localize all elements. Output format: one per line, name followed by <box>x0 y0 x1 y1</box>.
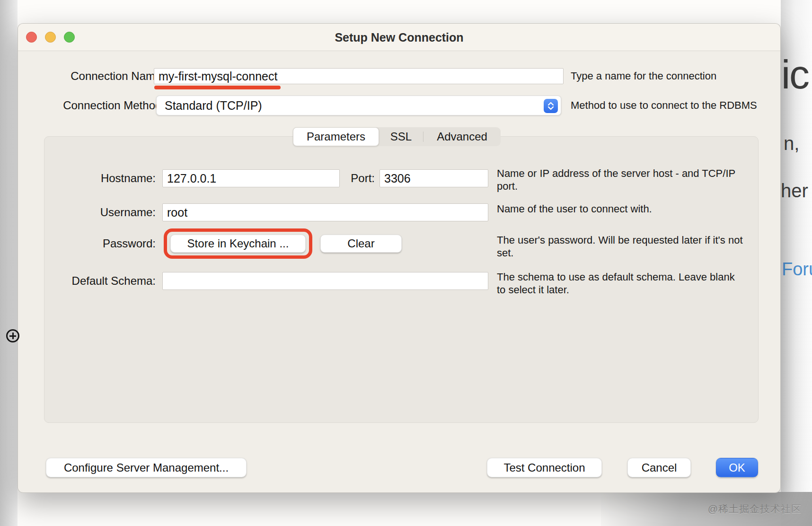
connection-name-label: Connection Name: <box>29 69 165 83</box>
default-schema-label: Default Schema: <box>44 274 156 288</box>
setup-new-connection-dialog: Setup New Connection Connection Name: Ty… <box>18 23 781 493</box>
parameters-panel: Hostname: Port: Name or IP address of th… <box>44 136 759 423</box>
tab-ssl[interactable]: SSL <box>379 127 423 146</box>
background-page-left-edge <box>0 0 18 526</box>
background-text-fragment: n, <box>784 133 799 154</box>
connection-name-input[interactable] <box>154 68 564 84</box>
hostname-label: Hostname: <box>44 171 156 185</box>
connection-method-select[interactable]: Standard (TCP/IP) <box>156 96 561 115</box>
connection-name-hint: Type a name for the connection <box>571 69 716 83</box>
password-label: Password: <box>44 237 156 251</box>
minimize-button[interactable] <box>45 32 56 43</box>
window-title: Setup New Connection <box>18 24 780 51</box>
ok-button[interactable]: OK <box>716 458 758 477</box>
configure-server-management-button[interactable]: Configure Server Management... <box>46 458 247 477</box>
chevron-up-down-icon[interactable] <box>544 99 558 113</box>
default-schema-hint: The schema to use as default schema. Lea… <box>497 271 741 296</box>
connection-method-label: Connection Method: <box>29 98 165 113</box>
clear-password-button[interactable]: Clear <box>320 235 402 253</box>
password-hint: The user's password. Will be requested l… <box>497 234 762 259</box>
crosshair-plus-icon <box>6 329 19 342</box>
test-connection-button[interactable]: Test Connection <box>487 458 602 477</box>
cancel-button[interactable]: Cancel <box>627 458 691 477</box>
close-button[interactable] <box>26 32 37 43</box>
username-label: Username: <box>44 205 156 219</box>
tab-parameters[interactable]: Parameters <box>293 127 379 146</box>
watermark-gradient: @稀土掘金技术社区 <box>601 492 812 526</box>
connection-method-value: Standard (TCP/IP) <box>165 96 262 115</box>
port-input[interactable] <box>380 169 488 187</box>
store-in-keychain-button[interactable]: Store in Keychain ... <box>170 235 306 253</box>
titlebar[interactable]: Setup New Connection <box>18 24 780 51</box>
connection-method-hint: Method to use to connect to the RDBMS <box>571 98 757 113</box>
tab-advanced[interactable]: Advanced <box>424 127 501 146</box>
zoom-button[interactable] <box>64 32 75 43</box>
username-input[interactable] <box>162 203 488 221</box>
default-schema-input[interactable] <box>162 272 488 290</box>
watermark-text: @稀土掘金技术社区 <box>708 502 802 516</box>
port-label: Port: <box>309 171 375 185</box>
username-hint: Name of the user to connect with. <box>497 202 762 216</box>
red-underline-annotation <box>154 86 281 89</box>
background-text-fragment: her <box>781 180 808 202</box>
background-link-fragment: Forur <box>782 259 812 280</box>
background-text-fragment: ic <box>781 51 809 98</box>
hostname-port-hint: Name or IP address of the server host - … <box>497 167 755 193</box>
tab-bar: Parameters SSL Advanced <box>293 127 501 146</box>
